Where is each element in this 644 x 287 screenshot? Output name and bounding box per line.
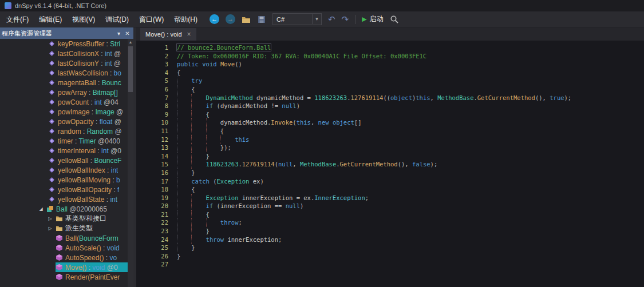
- line-number: 3: [136, 60, 168, 69]
- tree-item-method[interactable]: Ball(BounceForm: [0, 233, 128, 243]
- back-icon[interactable]: ←: [210, 14, 219, 24]
- line-number: 14: [136, 152, 168, 161]
- tree-item-field[interactable]: powOpacity : float @: [0, 117, 128, 126]
- field-icon: [48, 176, 56, 184]
- code-line: 25}: [136, 244, 644, 252]
- code-line: 10dynamicMethod.Invoke(this, new object[…: [136, 118, 644, 127]
- menu-edit[interactable]: 编辑(E): [34, 12, 67, 27]
- field-icon: [48, 127, 56, 135]
- tree-item-class[interactable]: ◢Ball @02000065: [0, 204, 128, 214]
- dnspy-window: dnSpy v6.1.4 (64-bit, .NET Core) 文件(F)编辑…: [0, 0, 644, 287]
- start-button[interactable]: ▶ 启动: [362, 14, 383, 24]
- forward-icon[interactable]: →: [226, 14, 235, 24]
- tree-item-method[interactable]: Move() : void @0: [0, 262, 128, 272]
- explorer-title: 程序集资源管理器: [2, 29, 114, 38]
- search-icon[interactable]: [390, 15, 399, 24]
- code-line: 3public void Move(): [136, 60, 644, 69]
- tree-item-field[interactable]: lastCollisionX : int @: [0, 49, 128, 58]
- tree-item-field[interactable]: keyPressBuffer : Stri: [0, 39, 128, 49]
- expanded-arrow-icon[interactable]: ◢: [38, 206, 44, 212]
- tree-item-field[interactable]: lastCollisionY : int @: [0, 58, 128, 68]
- tree-item-folder[interactable]: ▷派生类型: [0, 224, 128, 233]
- line-number: 4: [136, 69, 168, 77]
- code-line: 15118623263.127619114(null, MethodBase.G…: [136, 160, 644, 169]
- line-number: 7: [136, 94, 168, 102]
- tree-item-field[interactable]: yellowBall : BounceF: [0, 156, 128, 165]
- line-number: 16: [136, 169, 168, 177]
- menu-file[interactable]: 文件(F): [1, 12, 34, 27]
- tab-label: Move() : void: [145, 31, 182, 38]
- language-select[interactable]: C# ▾: [272, 13, 322, 25]
- line-number: 27: [136, 260, 168, 269]
- tree-item-label: lastCollisionY : int @: [58, 59, 121, 67]
- field-icon: [48, 89, 56, 96]
- chevron-down-icon[interactable]: ▾: [114, 30, 123, 37]
- line-number: 21: [136, 210, 168, 219]
- field-icon: [48, 69, 56, 77]
- save-icon[interactable]: [257, 15, 266, 24]
- line-number: 22: [136, 218, 168, 227]
- menu-debug[interactable]: 调试(D): [100, 12, 134, 27]
- code-line: 11{: [136, 127, 644, 135]
- menubar: 文件(F)编辑(E)视图(V)调试(D)窗口(W)帮助(H) ← → C# ▾ …: [0, 11, 644, 27]
- tree-item-field[interactable]: random : Random @: [0, 126, 128, 136]
- explorer-tree: keyPressBuffer : StrilastCollisionX : in…: [0, 39, 128, 287]
- scroll-up-icon[interactable]: ▲: [128, 39, 133, 45]
- code-line: 18{: [136, 185, 644, 194]
- tab-move-void[interactable]: Move() : void ×: [140, 28, 196, 41]
- redo-icon[interactable]: ↷: [342, 14, 349, 25]
- code-line: 17catch (Exception ex): [136, 177, 644, 186]
- tree-item-label: powOpacity : float @: [58, 118, 121, 126]
- code-line: 22throw;: [136, 218, 644, 227]
- menu-help[interactable]: 帮助(H): [169, 12, 203, 27]
- field-icon: [48, 186, 56, 193]
- line-number: 2: [136, 52, 168, 61]
- menu-window[interactable]: 窗口(W): [134, 12, 169, 27]
- code-line: 27: [136, 260, 644, 269]
- tree-item-label: powCount : int @04: [58, 98, 118, 106]
- line-number: 18: [136, 185, 168, 194]
- tree-item-field[interactable]: yellowBallState : int: [0, 194, 128, 204]
- collapsed-arrow-icon[interactable]: ▷: [47, 226, 53, 231]
- tree-item-field[interactable]: yellowBallIndex : int: [0, 165, 128, 175]
- folder-icon: [56, 225, 63, 232]
- field-icon: [48, 137, 56, 145]
- line-number: 15: [136, 160, 168, 169]
- method-icon: [56, 244, 63, 252]
- collapsed-arrow-icon[interactable]: ▷: [47, 216, 53, 221]
- tab-close-icon[interactable]: ×: [187, 30, 191, 38]
- chevron-down-icon[interactable]: ▾: [312, 14, 321, 24]
- code-editor[interactable]: 1// bounce2.BounceForm.Ball2// Token: 0x…: [136, 41, 644, 287]
- method-icon: [56, 264, 63, 271]
- tree-item-method[interactable]: AutoSpeed() : vo: [0, 253, 128, 262]
- tree-item-field[interactable]: timerInterval : int @0: [0, 146, 128, 156]
- current-line-box: // bounce2.BounceForm.Ball: [177, 44, 271, 51]
- tabstrip: Move() : void ×: [136, 27, 644, 41]
- menu-view[interactable]: 视图(V): [67, 12, 100, 27]
- line-number: 6: [136, 85, 168, 94]
- code-line: 13});: [136, 144, 644, 152]
- tree-scrollbar[interactable]: ▲: [128, 39, 133, 287]
- tree-item-label: 基类型和接口: [65, 214, 106, 224]
- scrollbar-thumb[interactable]: [128, 46, 133, 92]
- tree-item-method[interactable]: AutoScale() : void: [0, 243, 128, 253]
- tree-item-field[interactable]: powCount : int @04: [0, 97, 128, 107]
- close-icon[interactable]: ✕: [123, 30, 132, 37]
- tree-item-method[interactable]: Render(PaintEver: [0, 272, 128, 282]
- code-line: 26}: [136, 252, 644, 261]
- tree-item-label: Move() : void @0: [65, 264, 118, 272]
- tree-item-field[interactable]: yellowBallMoving : b: [0, 175, 128, 185]
- tree-item-field[interactable]: lastWasCollision : bo: [0, 68, 128, 78]
- tree-item-folder[interactable]: ▷基类型和接口: [0, 214, 128, 224]
- line-number: 25: [136, 244, 168, 252]
- tree-item-field[interactable]: powImage : Image @: [0, 107, 128, 117]
- code-line: 24throw innerException;: [136, 236, 644, 244]
- open-folder-icon[interactable]: [242, 15, 251, 24]
- tree-item-field[interactable]: timer : Timer @0400: [0, 136, 128, 146]
- tree-item-label: yellowBallMoving : b: [58, 176, 120, 184]
- undo-icon[interactable]: ↶: [328, 14, 335, 25]
- tree-item-field[interactable]: magentaBall : Bounc: [0, 78, 128, 87]
- tree-item-label: timer : Timer @0400: [58, 137, 120, 145]
- tree-item-field[interactable]: powArray : Bitmap[]: [0, 87, 128, 97]
- tree-item-field[interactable]: yellowBallOpacity : f: [0, 185, 128, 194]
